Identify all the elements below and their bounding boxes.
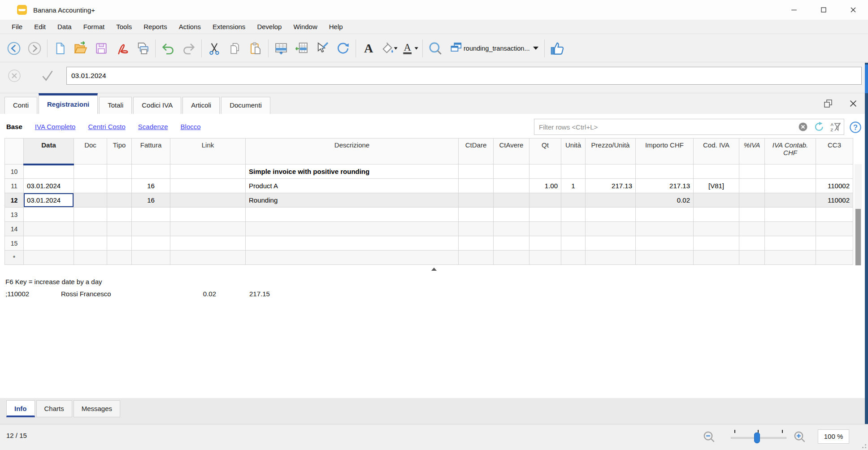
cell-tipo[interactable] — [107, 236, 132, 251]
cell-tipo[interactable] — [107, 208, 132, 222]
column-header-descrizione[interactable]: Descrizione — [246, 138, 459, 164]
cell-link[interactable] — [170, 222, 246, 236]
zoom-percentage[interactable]: 100 % — [818, 429, 849, 444]
cell-iva_contab[interactable] — [765, 193, 816, 208]
undo-button[interactable] — [158, 38, 178, 59]
cell-data[interactable] — [24, 236, 74, 251]
view-centri-costo[interactable]: Centri Costo — [88, 123, 125, 130]
minimize-button[interactable] — [779, 0, 809, 20]
cell-descrizione[interactable]: Rounding — [246, 193, 459, 208]
zoom-in-button[interactable] — [793, 430, 807, 444]
column-header-importo[interactable]: Importo CHF — [636, 138, 694, 164]
resize-grip[interactable] — [860, 442, 866, 448]
cell-perc_iva[interactable] — [739, 208, 765, 222]
panel-splitter[interactable] — [0, 266, 868, 273]
cell-descrizione[interactable] — [246, 236, 459, 251]
cell-descrizione[interactable] — [246, 222, 459, 236]
cell-descrizione[interactable] — [246, 208, 459, 222]
cell-data[interactable] — [24, 251, 74, 265]
cancel-edit-button[interactable] — [6, 68, 22, 84]
cell-unita[interactable] — [561, 251, 586, 265]
cell-ctavere[interactable] — [494, 193, 529, 208]
column-header-tipo[interactable]: Tipo — [107, 138, 132, 164]
sort-filter-button[interactable]: A Z — [829, 121, 841, 133]
row-number-cell[interactable]: * — [5, 251, 24, 265]
search-button[interactable] — [425, 38, 446, 59]
row-number-cell[interactable]: 14 — [5, 222, 24, 236]
cell-iva_contab[interactable] — [765, 164, 816, 179]
cell-ctavere[interactable] — [494, 164, 529, 179]
cell-link[interactable] — [170, 164, 246, 179]
cell-prezzo[interactable] — [586, 251, 636, 265]
cell-importo[interactable] — [636, 164, 694, 179]
cell-fattura[interactable]: 16 — [132, 193, 170, 208]
cell-prezzo[interactable] — [586, 164, 636, 179]
cell-value-input[interactable] — [66, 67, 862, 85]
cell-qt[interactable] — [529, 236, 561, 251]
view-blocco[interactable]: Blocco — [181, 123, 201, 130]
cell-link[interactable] — [170, 193, 246, 208]
fill-color-button[interactable] — [379, 38, 399, 59]
column-header-num[interactable] — [5, 138, 24, 164]
menu-data[interactable]: Data — [52, 20, 78, 34]
cell-doc[interactable] — [74, 164, 107, 179]
cell-cod_iva[interactable] — [694, 164, 739, 179]
cell-ctavere[interactable] — [494, 179, 529, 193]
document-selector-dropdown[interactable]: rounding_transaction... — [446, 39, 542, 58]
cell-tipo[interactable] — [107, 222, 132, 236]
cell-qt[interactable]: 1.00 — [529, 179, 561, 193]
cell-unita[interactable] — [561, 222, 586, 236]
cell-link[interactable] — [170, 251, 246, 265]
help-button[interactable]: ? — [849, 121, 862, 134]
menu-actions[interactable]: Actions — [173, 20, 207, 34]
cell-cod_iva[interactable] — [694, 251, 739, 265]
cell-perc_iva[interactable] — [739, 164, 765, 179]
tab-messages[interactable]: Messages — [74, 400, 120, 417]
cell-importo[interactable] — [636, 236, 694, 251]
cell-importo[interactable] — [636, 222, 694, 236]
maximize-button[interactable] — [809, 0, 838, 20]
font-color-button[interactable]: A — [399, 38, 420, 59]
cut-button[interactable] — [204, 38, 225, 59]
paste-button[interactable] — [245, 38, 266, 59]
cell-qt[interactable] — [529, 193, 561, 208]
cell-cod_iva[interactable] — [694, 236, 739, 251]
cell-unita[interactable] — [561, 236, 586, 251]
cell-doc[interactable] — [74, 222, 107, 236]
column-header-fattura[interactable]: Fattura — [132, 138, 170, 164]
cell-fattura[interactable] — [132, 222, 170, 236]
tab-codici-iva[interactable]: Codici IVA — [133, 97, 181, 114]
copy-button[interactable] — [225, 38, 245, 59]
cell-iva_contab[interactable] — [765, 236, 816, 251]
float-window-button[interactable] — [821, 97, 835, 110]
menu-file[interactable]: File — [6, 20, 28, 34]
cell-unita[interactable]: 1 — [561, 179, 586, 193]
column-header-unita[interactable]: Unità — [561, 138, 586, 164]
cell-ctdare[interactable] — [459, 251, 494, 265]
cell-doc[interactable] — [74, 193, 107, 208]
cell-ctdare[interactable] — [459, 193, 494, 208]
cell-ctavere[interactable] — [494, 251, 529, 265]
cell-unita[interactable] — [561, 193, 586, 208]
tab-conti[interactable]: Conti — [4, 97, 37, 114]
cell-ctdare[interactable] — [459, 179, 494, 193]
menu-tools[interactable]: Tools — [110, 20, 138, 34]
cell-cc3[interactable] — [816, 222, 853, 236]
row-number-cell[interactable]: 13 — [5, 208, 24, 222]
menu-edit[interactable]: Edit — [28, 20, 52, 34]
cell-data[interactable] — [24, 208, 74, 222]
cell-cc3[interactable] — [816, 164, 853, 179]
column-header-prezzo[interactable]: Prezzo/Unità — [586, 138, 636, 164]
cell-prezzo[interactable] — [586, 193, 636, 208]
cell-iva_contab[interactable] — [765, 208, 816, 222]
cell-importo[interactable] — [636, 251, 694, 265]
zoom-slider-thumb[interactable] — [754, 433, 760, 443]
pdf-export-button[interactable] — [112, 38, 132, 59]
cell-doc[interactable] — [74, 236, 107, 251]
column-header-ctdare[interactable]: CtDare — [459, 138, 494, 164]
cell-cod_iva[interactable] — [694, 208, 739, 222]
cell-link[interactable] — [170, 179, 246, 193]
cell-descrizione[interactable] — [246, 251, 459, 265]
edit-cell-button[interactable] — [312, 38, 333, 59]
column-header-doc[interactable]: Doc — [74, 138, 107, 164]
